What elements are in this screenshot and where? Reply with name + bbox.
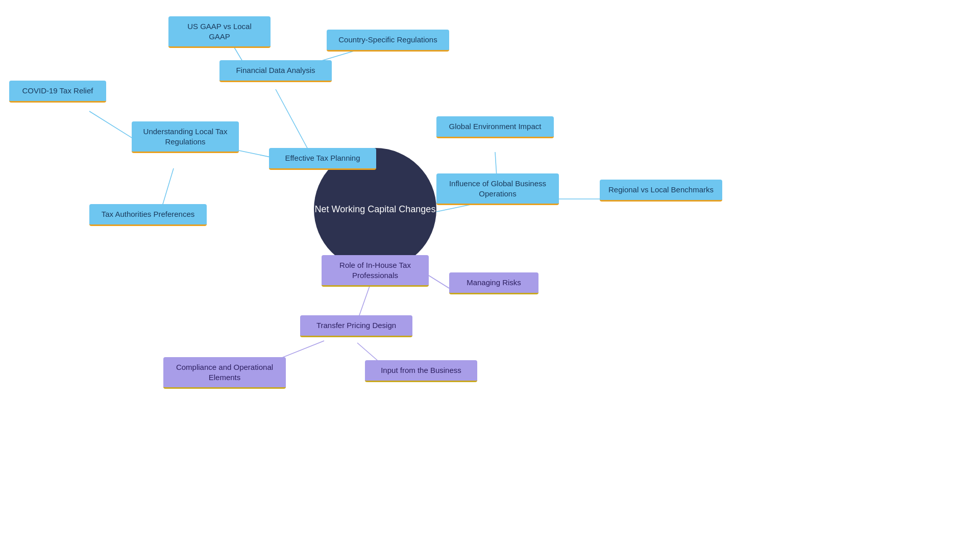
global-env-label: Global Environment Impact <box>436 116 554 138</box>
role-label: Role of In-House Tax Professionals <box>322 255 429 287</box>
node-country-specific[interactable]: Country-Specific Regulations <box>327 30 449 52</box>
node-role[interactable]: Role of In-House Tax Professionals <box>322 255 429 287</box>
us-gaap-label: US GAAP vs Local GAAP <box>168 16 271 48</box>
understanding-label: Understanding Local Tax Regulations <box>132 121 239 153</box>
node-covid[interactable]: COVID-19 Tax Relief <box>9 81 106 103</box>
node-us-gaap[interactable]: US GAAP vs Local GAAP <box>168 16 271 48</box>
node-managing[interactable]: Managing Risks <box>449 272 538 294</box>
transfer-label: Transfer Pricing Design <box>300 315 412 337</box>
input-label: Input from the Business <box>365 360 477 382</box>
node-regional[interactable]: Regional vs Local Benchmarks <box>600 180 722 202</box>
node-understanding[interactable]: Understanding Local Tax Regulations <box>132 121 239 153</box>
node-global-env[interactable]: Global Environment Impact <box>436 116 554 138</box>
country-specific-label: Country-Specific Regulations <box>327 30 449 52</box>
node-influence[interactable]: Influence of Global Business Operations <box>436 173 559 205</box>
financial-data-label: Financial Data Analysis <box>219 60 332 82</box>
influence-label: Influence of Global Business Operations <box>436 173 559 205</box>
node-compliance[interactable]: Compliance and Operational Elements <box>163 357 286 389</box>
center-label: Net Working Capital Changes <box>315 204 436 215</box>
compliance-label: Compliance and Operational Elements <box>163 357 286 389</box>
effective-label: Effective Tax Planning <box>269 148 376 170</box>
managing-label: Managing Risks <box>449 272 538 294</box>
regional-label: Regional vs Local Benchmarks <box>600 180 722 202</box>
covid-label: COVID-19 Tax Relief <box>9 81 106 103</box>
node-transfer[interactable]: Transfer Pricing Design <box>300 315 412 337</box>
node-input[interactable]: Input from the Business <box>365 360 477 382</box>
tax-auth-label: Tax Authorities Preferences <box>89 204 207 226</box>
node-effective[interactable]: Effective Tax Planning <box>269 148 376 170</box>
svg-line-2 <box>276 89 311 156</box>
node-financial-data[interactable]: Financial Data Analysis <box>219 60 332 82</box>
node-tax-auth[interactable]: Tax Authorities Preferences <box>89 204 207 226</box>
svg-line-13 <box>429 276 449 288</box>
